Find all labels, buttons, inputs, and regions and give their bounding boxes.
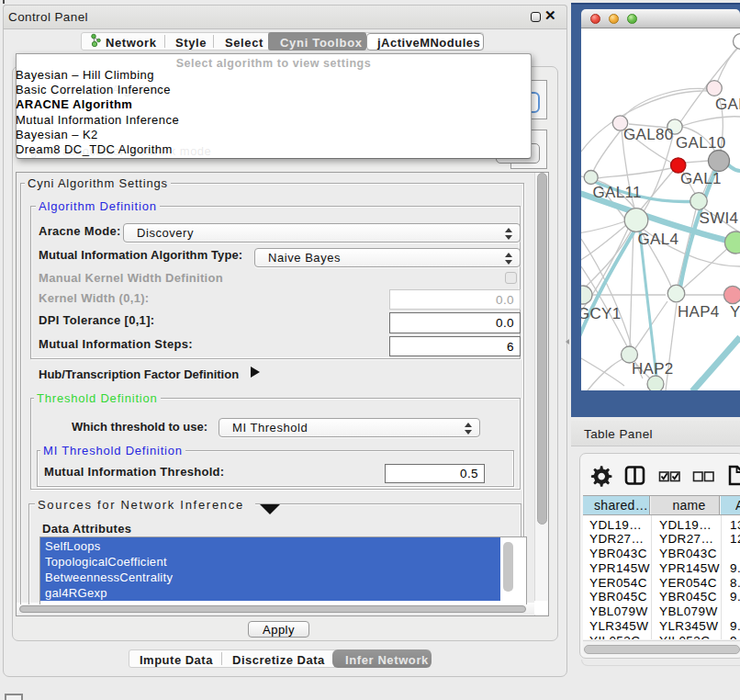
svg-text:GAL11: GAL11 — [593, 184, 642, 201]
svg-text:GAL4: GAL4 — [638, 231, 679, 248]
svg-text:HAP2: HAP2 — [632, 360, 674, 378]
svg-text:GAL10: GAL10 — [676, 134, 725, 152]
svg-text:HAP4: HAP4 — [678, 303, 720, 321]
svg-text:GCY1: GCY1 — [581, 305, 622, 322]
svg-text:Y: Y — [730, 303, 740, 321]
svg-text:SWI4: SWI4 — [700, 209, 739, 227]
svg-text:GAL1: GAL1 — [680, 170, 722, 187]
svg-text:GAL80: GAL80 — [623, 126, 673, 143]
svg-text:GAL: GAL — [715, 96, 740, 113]
